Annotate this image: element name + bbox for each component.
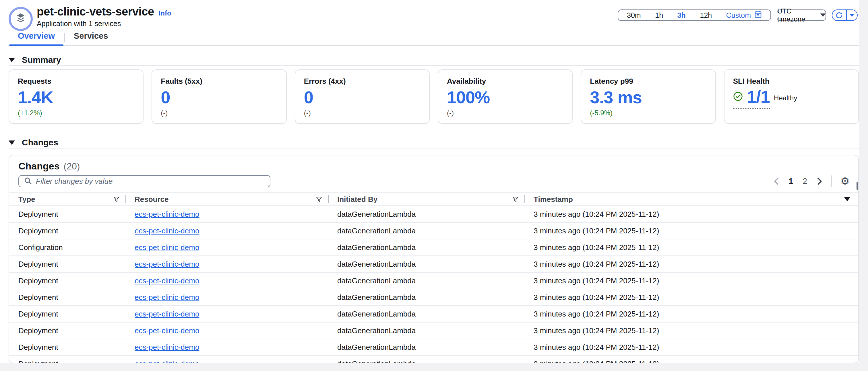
change-type-cell: Configuration <box>9 239 126 256</box>
change-initiated-by-cell: dataGenerationLambda <box>329 273 525 289</box>
page-1-button[interactable]: 1 <box>788 177 794 186</box>
previous-page-button[interactable] <box>773 177 780 186</box>
refresh-options-button[interactable] <box>847 10 857 20</box>
change-timestamp-cell: 3 minutes ago (10:24 PM 2025-11-12) <box>525 306 858 322</box>
page-title: pet-clinic-vets-service <box>37 5 154 18</box>
table-row: Deploymentecs-pet-clinic-demodataGenerat… <box>9 273 858 289</box>
filter-field[interactable] <box>19 175 270 187</box>
change-resource-cell: ecs-pet-clinic-demo <box>126 256 329 272</box>
changes-section-title: Changes <box>22 138 58 147</box>
pagination: 1 2 ⚙ <box>773 175 849 187</box>
metric-value: 100% <box>447 89 563 106</box>
change-resource-link[interactable]: ecs-pet-clinic-demo <box>135 260 199 269</box>
tab-services[interactable]: Services <box>65 31 117 45</box>
summary-section-header[interactable]: Summary <box>9 55 61 65</box>
change-resource-link[interactable]: ecs-pet-clinic-demo <box>135 210 199 219</box>
change-resource-link[interactable]: ecs-pet-clinic-demo <box>135 293 199 302</box>
change-timestamp-cell: 3 minutes ago (10:24 PM 2025-11-12) <box>525 323 858 339</box>
time-range-30m[interactable]: 30m <box>627 11 641 20</box>
change-type-cell: Deployment <box>9 273 126 289</box>
table-row: Configurationecs-pet-clinic-demodataGene… <box>9 239 858 256</box>
info-link[interactable]: Info <box>159 9 172 17</box>
search-icon <box>24 177 32 186</box>
timezone-label: UTC timezone <box>777 7 816 23</box>
metric-label: Requests <box>18 77 134 86</box>
summary-section-title: Summary <box>22 55 61 65</box>
time-range-12h[interactable]: 12h <box>700 11 712 20</box>
metric-card-requests: Requests 1.4K (+1.2%) <box>9 69 144 124</box>
change-initiated-by-cell: dataGenerationLambda <box>329 256 525 272</box>
change-initiated-by-cell: dataGenerationLambda <box>329 323 525 339</box>
column-label: Timestamp <box>534 195 573 204</box>
change-type-cell: Deployment <box>9 289 126 305</box>
changes-section-header[interactable]: Changes <box>9 138 58 147</box>
metric-delta: (-) <box>161 109 277 117</box>
change-resource-link[interactable]: ecs-pet-clinic-demo <box>135 360 199 364</box>
metric-delta: (-5.9%) <box>590 109 706 117</box>
change-resource-cell: ecs-pet-clinic-demo <box>126 323 329 339</box>
change-resource-link[interactable]: ecs-pet-clinic-demo <box>135 343 199 352</box>
changes-panel-title: Changes <box>19 161 60 172</box>
table-row: Deploymentecs-pet-clinic-demodataGenerat… <box>9 356 858 363</box>
change-resource-link[interactable]: ecs-pet-clinic-demo <box>135 310 199 318</box>
sli-health-status: Healthy <box>774 94 797 103</box>
summary-cards: Requests 1.4K (+1.2%) Faults (5xx) 0 (-)… <box>9 69 859 124</box>
change-type-cell: Deployment <box>9 323 126 339</box>
scrollbar-thumb[interactable] <box>857 182 858 190</box>
refresh-split-button[interactable] <box>832 9 858 21</box>
metric-card-faults: Faults (5xx) 0 (-) <box>152 69 286 124</box>
section-divider <box>9 65 859 66</box>
change-resource-cell: ecs-pet-clinic-demo <box>126 356 329 363</box>
change-resource-link[interactable]: ecs-pet-clinic-demo <box>135 276 199 285</box>
next-page-button[interactable] <box>816 177 823 186</box>
time-range-1h[interactable]: 1h <box>655 11 663 20</box>
metric-label: Errors (4xx) <box>304 77 421 86</box>
time-range-custom[interactable]: Custom <box>726 11 762 20</box>
metric-delta: (-) <box>304 109 421 117</box>
change-resource-cell: ecs-pet-clinic-demo <box>126 206 329 222</box>
time-range-3h-selected[interactable]: 3h <box>677 11 686 20</box>
filter-changes-input[interactable] <box>36 177 265 186</box>
check-circle-icon <box>733 92 743 102</box>
change-resource-link[interactable]: ecs-pet-clinic-demo <box>135 227 199 235</box>
change-timestamp-cell: 3 minutes ago (10:24 PM 2025-11-12) <box>525 223 858 239</box>
funnel-icon[interactable] <box>316 196 322 203</box>
change-initiated-by-cell: dataGenerationLambda <box>329 223 525 239</box>
collapse-caret-icon <box>9 140 15 145</box>
timezone-dropdown[interactable]: UTC timezone <box>777 9 826 21</box>
gear-icon[interactable]: ⚙ <box>840 176 849 187</box>
calendar-icon <box>754 11 762 20</box>
time-range-selector: 30m 1h 3h 12h Custom <box>618 9 771 21</box>
page-2-button[interactable]: 2 <box>802 177 808 186</box>
application-signals-page: pet-clinic-vets-service Info Application… <box>0 0 868 371</box>
change-resource-cell: ecs-pet-clinic-demo <box>126 239 329 256</box>
change-type-cell: Deployment <box>9 356 126 363</box>
change-resource-link[interactable]: ecs-pet-clinic-demo <box>135 326 199 335</box>
tab-overview[interactable]: Overview <box>9 31 64 45</box>
column-header-resource: Resource <box>126 193 329 206</box>
metric-card-latency: Latency p99 3.3 ms (-5.9%) <box>581 69 716 124</box>
custom-range-label: Custom <box>726 11 751 20</box>
change-initiated-by-cell: dataGenerationLambda <box>329 306 525 322</box>
change-resource-cell: ecs-pet-clinic-demo <box>126 273 329 289</box>
metric-label: SLI Health <box>733 77 849 86</box>
table-row: Deploymentecs-pet-clinic-demodataGenerat… <box>9 306 858 323</box>
funnel-icon[interactable] <box>113 196 120 203</box>
change-resource-cell: ecs-pet-clinic-demo <box>126 223 329 239</box>
chevron-down-icon <box>849 14 854 17</box>
change-timestamp-cell: 3 minutes ago (10:24 PM 2025-11-12) <box>525 273 858 289</box>
change-timestamp-cell: 3 minutes ago (10:24 PM 2025-11-12) <box>525 339 858 355</box>
change-resource-cell: ecs-pet-clinic-demo <box>126 306 329 322</box>
refresh-icon[interactable] <box>832 10 846 20</box>
table-row: Deploymentecs-pet-clinic-demodataGenerat… <box>9 256 858 273</box>
table-row: Deploymentecs-pet-clinic-demodataGenerat… <box>9 323 858 339</box>
sli-health-value[interactable]: 1/1 <box>733 88 770 109</box>
column-label: Type <box>19 195 35 204</box>
table-row: Deploymentecs-pet-clinic-demodataGenerat… <box>9 223 858 239</box>
metric-delta: (-) <box>447 109 563 117</box>
funnel-icon[interactable] <box>512 196 519 203</box>
filter-caret-icon[interactable] <box>844 197 850 202</box>
change-initiated-by-cell: dataGenerationLambda <box>329 356 525 363</box>
change-resource-link[interactable]: ecs-pet-clinic-demo <box>135 243 199 252</box>
scrollbar-track[interactable] <box>859 0 868 371</box>
